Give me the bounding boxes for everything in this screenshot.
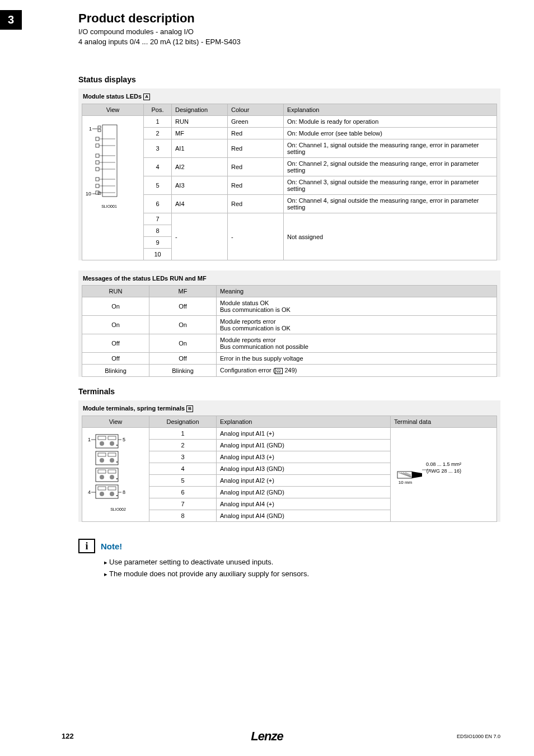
svg-rect-43 bbox=[108, 470, 116, 473]
table-row: Red bbox=[228, 176, 284, 195]
th-view: View bbox=[82, 416, 149, 428]
table-row: 2 bbox=[149, 440, 217, 451]
svg-rect-17 bbox=[96, 184, 99, 188]
messages-table-wrap: Messages of the status LEDs RUN and MF R… bbox=[78, 270, 500, 377]
table-row: 5 bbox=[144, 176, 172, 195]
table-row: On: Channel 3, signal outside the measur… bbox=[284, 176, 497, 195]
th-designation: Designation bbox=[172, 104, 228, 116]
table-row: 8 bbox=[149, 510, 217, 522]
table-row: - bbox=[172, 213, 228, 260]
table-row: On: Module error (see table below) bbox=[284, 128, 497, 139]
status-leds-table-wrap: Module status LEDs A View Pos. Designati… bbox=[78, 88, 500, 260]
box-letter-b: B bbox=[186, 405, 193, 412]
info-icon: i bbox=[78, 539, 95, 553]
svg-text:8: 8 bbox=[123, 489, 125, 495]
svg-rect-13 bbox=[96, 167, 99, 171]
svg-rect-30 bbox=[98, 436, 106, 440]
svg-rect-5 bbox=[96, 137, 99, 141]
status-leds-table: View Pos. Designation Colour Explanation… bbox=[82, 104, 497, 260]
table-row: Off bbox=[149, 353, 217, 365]
messages-table: RUN MF Meaning OnOffModule status OK Bus… bbox=[82, 285, 497, 377]
table-row: Analog input AI3 (GND) bbox=[217, 463, 391, 475]
note-heading: Note! bbox=[101, 542, 122, 551]
table-row: MF bbox=[172, 128, 228, 139]
table-row: Analog input AI1 (GND) bbox=[217, 440, 391, 451]
box-letter-a: A bbox=[143, 94, 150, 100]
svg-text:10 mm: 10 mm bbox=[399, 480, 413, 485]
table-row: Green bbox=[228, 116, 284, 128]
status-leds-title: Module status LEDs A bbox=[82, 92, 497, 104]
table-row: Module reports error Bus communication i… bbox=[217, 316, 497, 334]
terminal-view-diagram: 1 5 bbox=[82, 428, 149, 522]
svg-point-39 bbox=[110, 458, 114, 463]
svg-rect-41 bbox=[96, 468, 118, 482]
th-mf: MF bbox=[149, 286, 217, 297]
book-icon: 🕮 bbox=[275, 368, 283, 374]
table-row: Module status OK Bus communication is OK bbox=[217, 297, 497, 316]
svg-text:0.08 ... 1.5 mm²: 0.08 ... 1.5 mm² bbox=[426, 461, 461, 467]
table-row: Red bbox=[228, 195, 284, 213]
svg-point-32 bbox=[100, 441, 104, 446]
table-row: AI1 bbox=[172, 139, 228, 158]
note-item: Use parameter setting to deactivate unus… bbox=[104, 557, 500, 568]
th-pos: Pos. bbox=[144, 104, 172, 116]
status-leds-title-text: Module status LEDs bbox=[83, 93, 142, 100]
table-row: 5 bbox=[149, 475, 217, 487]
page-number: 122 bbox=[62, 732, 74, 740]
table-row: Blinking bbox=[82, 365, 149, 377]
table-row: On bbox=[82, 297, 149, 316]
table-row: On bbox=[149, 316, 217, 334]
table-row: 4 bbox=[149, 463, 217, 475]
table-row: Off bbox=[149, 297, 217, 316]
svg-text:(AWG 28 ... 16): (AWG 28 ... 16) bbox=[427, 468, 461, 474]
table-row: Module reports error Bus communication n… bbox=[217, 334, 497, 353]
th-run: RUN bbox=[82, 286, 149, 297]
table-row: Analog input AI3 (+) bbox=[217, 451, 391, 463]
section-status-displays: Status displays bbox=[78, 75, 500, 84]
svg-rect-31 bbox=[108, 436, 116, 440]
table-row: 10 bbox=[144, 249, 172, 260]
table-row: - bbox=[228, 213, 284, 260]
chapter-number: 3 bbox=[0, 10, 22, 30]
svg-rect-9 bbox=[96, 154, 99, 157]
table-row: 9 bbox=[144, 237, 172, 249]
terminal-data-cell: 0.08 ... 1.5 mm² (AWG 28 ... 16) 10 mm bbox=[391, 428, 497, 522]
brand-logo: Lenze bbox=[251, 729, 283, 744]
svg-line-62 bbox=[401, 473, 412, 477]
page-footer: 122 Lenze EDSIO1000 EN 7.0 bbox=[0, 732, 534, 740]
table-row: On bbox=[149, 334, 217, 353]
svg-line-64 bbox=[405, 473, 411, 475]
svg-rect-15 bbox=[96, 178, 99, 181]
note-item: The module does not provide any auxiliar… bbox=[104, 568, 500, 580]
svg-rect-35 bbox=[96, 451, 118, 465]
table-row: Red bbox=[228, 139, 284, 158]
table-row: Analog input AI2 (GND) bbox=[217, 487, 391, 498]
led-view-diagram: 1 bbox=[82, 116, 144, 260]
svg-text:1: 1 bbox=[88, 437, 91, 442]
terminals-table-wrap: Module terminals, spring terminals B Vie… bbox=[78, 400, 500, 522]
messages-title: Messages of the status LEDs RUN and MF bbox=[82, 274, 497, 285]
table-row: Analog input AI2 (+) bbox=[217, 475, 391, 487]
table-row: Red bbox=[228, 128, 284, 139]
svg-marker-65 bbox=[412, 472, 422, 478]
svg-rect-48 bbox=[98, 487, 106, 490]
svg-point-50 bbox=[100, 492, 104, 496]
table-row: On: Module is ready for operation bbox=[284, 116, 497, 128]
subtitle-line-1: I/O compound modules - analog I/O bbox=[78, 27, 194, 36]
table-row: Blinking bbox=[149, 365, 217, 377]
svg-point-52 bbox=[116, 495, 118, 496]
svg-point-38 bbox=[100, 458, 104, 463]
terminals-table: View Designation Explanation Terminal da… bbox=[82, 416, 497, 522]
svg-rect-11 bbox=[96, 161, 99, 164]
svg-text:SLIO001: SLIO001 bbox=[101, 204, 117, 208]
th-explanation: Explanation bbox=[217, 416, 391, 428]
svg-rect-19 bbox=[96, 191, 99, 194]
svg-text:10: 10 bbox=[86, 191, 91, 197]
svg-point-33 bbox=[110, 441, 114, 446]
table-row: 6 bbox=[144, 195, 172, 213]
page-subtitle: I/O compound modules - analog I/O 4 anal… bbox=[78, 27, 500, 47]
table-row: 7 bbox=[144, 213, 172, 225]
table-row: Error in the bus supply voltage bbox=[217, 353, 497, 365]
table-row: 4 bbox=[144, 158, 172, 176]
page-title: Product description bbox=[78, 11, 500, 26]
